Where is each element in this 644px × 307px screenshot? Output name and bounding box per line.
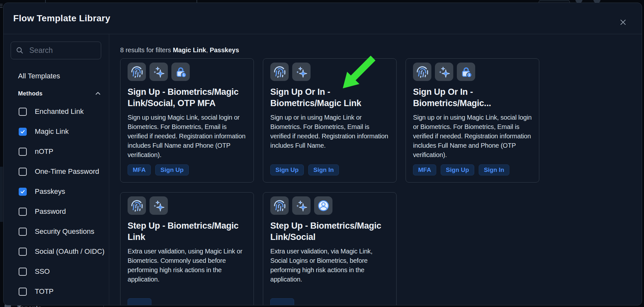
chevron-up-icon	[94, 90, 102, 97]
sparkles-icon	[435, 63, 453, 81]
card-tags	[128, 298, 151, 305]
results-summary: 8 results for filters Magic Link, Passke…	[120, 46, 239, 54]
tag-badge: Sign In	[479, 164, 509, 175]
filter-label: Enchanted Link	[35, 107, 84, 116]
card-description: Sign up using Magic Link, social login o…	[128, 113, 246, 160]
checkbox	[19, 108, 27, 116]
checkbox	[19, 268, 27, 276]
card-description: Sign up or in using Magic Link or Biomet…	[270, 113, 389, 150]
partial-tag-badge	[270, 298, 294, 305]
filter-label: One-Time Password	[35, 167, 99, 176]
check-icon	[20, 129, 25, 134]
results-filter-magic-link: Magic Link	[173, 46, 206, 54]
card-icons: 1	[413, 63, 532, 81]
tag-badge: Sign In	[308, 164, 339, 175]
filter-label: Magic Link	[35, 127, 69, 136]
lock-otp-icon: 1	[457, 63, 475, 81]
card-icons	[128, 196, 246, 215]
card-title: Sign Up Or In - Biometrics/Magic...	[413, 86, 532, 109]
background-tick	[197, 0, 197, 3]
card-icons: 1	[128, 63, 246, 81]
checkbox	[19, 168, 27, 176]
template-card[interactable]: 1 Sign Up Or In - Biometrics/Magic... Si…	[406, 58, 539, 183]
background-tick	[45, 0, 46, 3]
fingerprint-icon	[128, 63, 146, 81]
check-icon	[20, 189, 25, 194]
search-icon	[15, 46, 24, 55]
card-tags: MFASign Up	[128, 164, 189, 175]
sidebar-item-all-templates[interactable]: All Templates	[18, 72, 60, 80]
filter-sidebar: All Templates Methods Enchanted Link Mag…	[4, 34, 109, 305]
checkbox	[19, 208, 27, 216]
results-panel: 8 results for filters Magic Link, Passke…	[109, 34, 642, 305]
card-tags: Sign UpSign In	[270, 164, 339, 175]
card-title: Sign Up Or In - Biometrics/Magic Link	[270, 86, 389, 109]
filter-label: Social (OAuth / OIDC)	[35, 247, 104, 256]
svg-text:1: 1	[468, 73, 470, 77]
card-tags	[270, 298, 294, 305]
template-card[interactable]: Step Up - Biometrics/Magic Link/Social E…	[263, 192, 397, 305]
method-filter[interactable]: Magic Link	[19, 127, 104, 136]
sparkles-icon	[149, 63, 168, 81]
search-input[interactable]	[29, 46, 96, 55]
methods-section-label: Methods	[18, 90, 43, 97]
checkbox	[19, 188, 27, 196]
user-icon	[314, 196, 332, 215]
tag-badge: MFA	[413, 164, 436, 175]
tag-badge: MFA	[128, 164, 151, 175]
lock-otp-icon: 1	[171, 63, 190, 81]
checkbox	[19, 148, 27, 156]
close-button[interactable]	[616, 15, 630, 29]
sparkles-icon	[292, 63, 311, 81]
card-tags: MFASign UpSign In	[413, 164, 509, 175]
fingerprint-icon	[128, 196, 146, 215]
fingerprint-icon	[270, 63, 289, 81]
template-card[interactable]: Step Up - Biometrics/Magic Link Extra us…	[120, 192, 254, 305]
method-filter[interactable]: nOTP	[19, 147, 104, 156]
menu-icon	[0, 4, 3, 9]
tag-badge: Sign Up	[270, 164, 304, 175]
screen: Tenants Flow Template Library All Templa…	[0, 0, 644, 307]
filter-label: nOTP	[35, 147, 53, 156]
close-icon	[619, 18, 627, 26]
flow-template-library-modal: Flow Template Library All Templates Meth…	[3, 3, 642, 305]
method-filter[interactable]: TOTP	[19, 287, 104, 296]
card-title: Step Up - Biometrics/Magic Link	[128, 220, 246, 243]
checkbox	[19, 128, 27, 136]
method-filter[interactable]: Security Questions	[19, 227, 104, 236]
modal-title: Flow Template Library	[13, 13, 110, 24]
filter-label: Passkeys	[35, 187, 65, 196]
filter-label: Security Questions	[35, 227, 94, 236]
card-description: Extra user validation, via Magic Link, S…	[270, 247, 389, 284]
results-filter-passkeys: Passkeys	[210, 46, 239, 54]
card-title: Sign Up - Biometrics/Magic Link/Social, …	[128, 86, 246, 109]
tag-badge: Sign Up	[155, 164, 189, 175]
method-filter[interactable]: Enchanted Link	[19, 107, 104, 116]
method-filter[interactable]: Passkeys	[19, 187, 104, 196]
card-description: Extra user validation, using Magic Link …	[128, 247, 246, 284]
fingerprint-icon	[270, 196, 289, 215]
fingerprint-icon	[413, 63, 431, 81]
filter-label: Password	[35, 207, 66, 216]
partial-tag-badge	[128, 298, 151, 305]
template-card[interactable]: 1 Sign Up - Biometrics/Magic Link/Social…	[120, 58, 254, 183]
method-filter[interactable]: Social (OAuth / OIDC)	[19, 247, 104, 256]
checkbox	[19, 228, 27, 236]
methods-section-toggle[interactable]: Methods	[18, 90, 102, 97]
filter-label: SSO	[35, 267, 50, 276]
svg-text:1: 1	[183, 73, 185, 77]
tag-badge: Sign Up	[441, 164, 474, 175]
card-icons	[270, 196, 389, 215]
sparkles-icon	[149, 196, 168, 215]
card-description: Sign up or in using Magic Link, social l…	[413, 113, 532, 160]
card-grid: 1 Sign Up - Biometrics/Magic Link/Social…	[120, 58, 539, 305]
modal-header: Flow Template Library	[4, 3, 642, 34]
method-filter[interactable]: Password	[19, 207, 104, 216]
card-icons	[270, 63, 389, 81]
filter-label: TOTP	[35, 287, 53, 296]
method-filter[interactable]: One-Time Password	[19, 167, 104, 176]
checkbox	[19, 248, 27, 256]
method-filter[interactable]: SSO	[19, 267, 104, 276]
card-title: Step Up - Biometrics/Magic Link/Social	[270, 220, 389, 243]
template-card[interactable]: Sign Up Or In - Biometrics/Magic Link Si…	[263, 58, 397, 183]
